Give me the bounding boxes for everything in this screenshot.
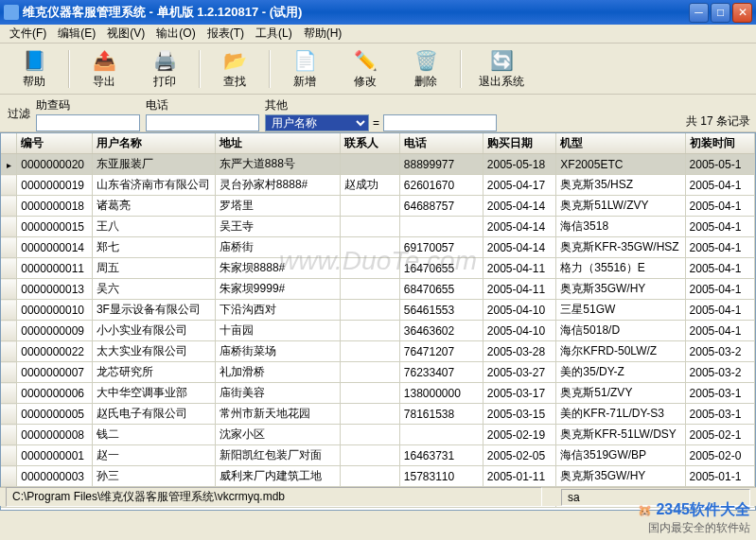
- menu-edit[interactable]: 编辑(E): [52, 24, 101, 44]
- cell[interactable]: 海尔KFRD-50LW/Z: [556, 341, 685, 362]
- column-header[interactable]: 电话: [399, 133, 483, 154]
- column-header[interactable]: 机型: [556, 133, 685, 154]
- cell[interactable]: 庙桥街: [215, 237, 340, 258]
- cell[interactable]: 2005-04-1: [685, 300, 754, 321]
- menu-view[interactable]: 视图(V): [101, 24, 150, 44]
- cell[interactable]: 小小实业有限公司: [92, 321, 215, 341]
- cell[interactable]: 0000000005: [17, 404, 93, 425]
- cell[interactable]: 0000000003: [17, 466, 93, 487]
- column-header[interactable]: 初装时间: [685, 133, 754, 154]
- table-row[interactable]: 0000000011周五朱家坝8888#164706552005-04-11格力…: [1, 258, 755, 279]
- column-header[interactable]: 编号: [17, 133, 93, 154]
- cell[interactable]: 2005-05-1: [685, 154, 754, 175]
- cell[interactable]: 奥克斯KFR-35GW/HSZ: [556, 237, 685, 258]
- column-header[interactable]: 联系人: [340, 133, 399, 154]
- cell[interactable]: 0000000015: [17, 217, 93, 237]
- delete-button[interactable]: 🗑️ 删除: [397, 46, 454, 92]
- cell[interactable]: 0000000007: [17, 362, 93, 383]
- cell[interactable]: 2005-03-17: [483, 383, 556, 404]
- cell[interactable]: 钱二: [92, 425, 215, 445]
- cell[interactable]: 2005-04-11: [483, 279, 556, 300]
- cell[interactable]: 2005-03-2: [685, 341, 754, 362]
- cell[interactable]: 2005-03-27: [483, 362, 556, 383]
- cell[interactable]: 2005-01-11: [483, 466, 556, 487]
- cell[interactable]: 2005-04-10: [483, 300, 556, 321]
- cell[interactable]: 0000000006: [17, 383, 93, 404]
- cell[interactable]: 2005-03-15: [483, 404, 556, 425]
- cell[interactable]: 东严大道888号: [215, 154, 340, 175]
- cell[interactable]: 吴六: [92, 279, 215, 300]
- cell[interactable]: 2005-02-05: [483, 445, 556, 466]
- cell[interactable]: 2005-02-0: [685, 445, 754, 466]
- cell[interactable]: [340, 383, 399, 404]
- cell[interactable]: 2005-04-1: [685, 321, 754, 341]
- cell[interactable]: 2005-04-1: [685, 237, 754, 258]
- table-row[interactable]: 0000000020东亚服装厂东严大道888号888999772005-05-1…: [1, 154, 755, 175]
- cell[interactable]: 2005-04-1: [685, 175, 754, 196]
- cell[interactable]: 0000000018: [17, 196, 93, 217]
- cell[interactable]: 美的35/DY-Z: [556, 362, 685, 383]
- cell[interactable]: 0000000009: [17, 321, 93, 341]
- table-row[interactable]: 0000000007龙芯研究所礼加滑桥762334072005-03-27美的3…: [1, 362, 755, 383]
- cell[interactable]: [340, 279, 399, 300]
- cell[interactable]: 2005-04-14: [483, 196, 556, 217]
- other-field-select[interactable]: 用户名称: [265, 114, 369, 131]
- cell[interactable]: [399, 217, 483, 237]
- cell[interactable]: 68470655: [399, 279, 483, 300]
- cell[interactable]: 十亩园: [215, 321, 340, 341]
- cell[interactable]: 2005-04-11: [483, 258, 556, 279]
- table-row[interactable]: 0000000019山东省济南市有限公司灵台孙家村8888#赵成功6260167…: [1, 175, 755, 196]
- cell[interactable]: [340, 196, 399, 217]
- cell[interactable]: 0000000008: [17, 425, 93, 445]
- cell[interactable]: 2005-05-18: [483, 154, 556, 175]
- cell[interactable]: 0000000022: [17, 341, 93, 362]
- add-button[interactable]: 📄 新增: [276, 46, 333, 92]
- cell[interactable]: 美的KFR-71L/DY-S3: [556, 404, 685, 425]
- help-button[interactable]: 📘 帮助: [6, 46, 62, 92]
- cell[interactable]: 王八: [92, 217, 215, 237]
- menu-report[interactable]: 报表(T): [202, 24, 250, 44]
- cell[interactable]: 赵氏电子有限公司: [92, 404, 215, 425]
- menu-help[interactable]: 帮助(H): [298, 24, 348, 44]
- table-row[interactable]: 0000000003孙三威利来厂内建筑工地157831102005-01-11奥…: [1, 466, 755, 487]
- cell[interactable]: 奥克斯51/ZVY: [556, 383, 685, 404]
- menu-file[interactable]: 文件(F): [4, 24, 52, 44]
- table-row[interactable]: 0000000018诸葛亮罗塔里646887572005-04-14奥克斯51L…: [1, 196, 755, 217]
- data-grid[interactable]: 编号用户名称地址联系人电话购买日期机型初装时间 0000000020东亚服装厂东…: [0, 132, 756, 511]
- cell[interactable]: 88899977: [399, 154, 483, 175]
- cell[interactable]: [340, 362, 399, 383]
- column-header[interactable]: 购买日期: [483, 133, 556, 154]
- cell[interactable]: 诸葛亮: [92, 196, 215, 217]
- exit-button[interactable]: 🔄 退出系统: [467, 46, 536, 92]
- cell[interactable]: 朱家坝8888#: [215, 258, 340, 279]
- cell[interactable]: 0000000014: [17, 237, 93, 258]
- cell[interactable]: 龙芯研究所: [92, 362, 215, 383]
- cell[interactable]: 奥克斯KFR-51LW/DSY: [556, 425, 685, 445]
- cell[interactable]: 64688757: [399, 196, 483, 217]
- cell[interactable]: 0000000019: [17, 175, 93, 196]
- cell[interactable]: [340, 237, 399, 258]
- phone-input[interactable]: [146, 114, 259, 131]
- cell[interactable]: 76471207: [399, 341, 483, 362]
- cell[interactable]: 2005-04-14: [483, 217, 556, 237]
- cell[interactable]: 2005-04-1: [685, 217, 754, 237]
- column-header[interactable]: 地址: [215, 133, 340, 154]
- cell[interactable]: 3F显示设备有限公司: [92, 300, 215, 321]
- cell[interactable]: 东亚服装厂: [92, 154, 215, 175]
- other-value-input[interactable]: [383, 114, 497, 131]
- cell[interactable]: 0000000001: [17, 445, 93, 466]
- table-row[interactable]: 0000000009小小实业有限公司十亩园364636022005-04-10海…: [1, 321, 755, 341]
- close-button[interactable]: ✕: [732, 3, 752, 23]
- cell[interactable]: 69170057: [399, 237, 483, 258]
- cell[interactable]: 沈家小区: [215, 425, 340, 445]
- cell[interactable]: 郑七: [92, 237, 215, 258]
- cell[interactable]: 奥克斯35/HSZ: [556, 175, 685, 196]
- cell[interactable]: 2005-04-1: [685, 196, 754, 217]
- cell[interactable]: 2005-03-2: [685, 362, 754, 383]
- cell[interactable]: 赵成功: [340, 175, 399, 196]
- cell[interactable]: XF2005ETC: [556, 154, 685, 175]
- cell[interactable]: 2005-04-1: [685, 258, 754, 279]
- table-row[interactable]: 0000000005赵氏电子有限公司常州市新天地花园781615382005-0…: [1, 404, 755, 425]
- print-button[interactable]: 🖨️ 打印: [136, 46, 193, 92]
- cell[interactable]: 2005-02-1: [685, 425, 754, 445]
